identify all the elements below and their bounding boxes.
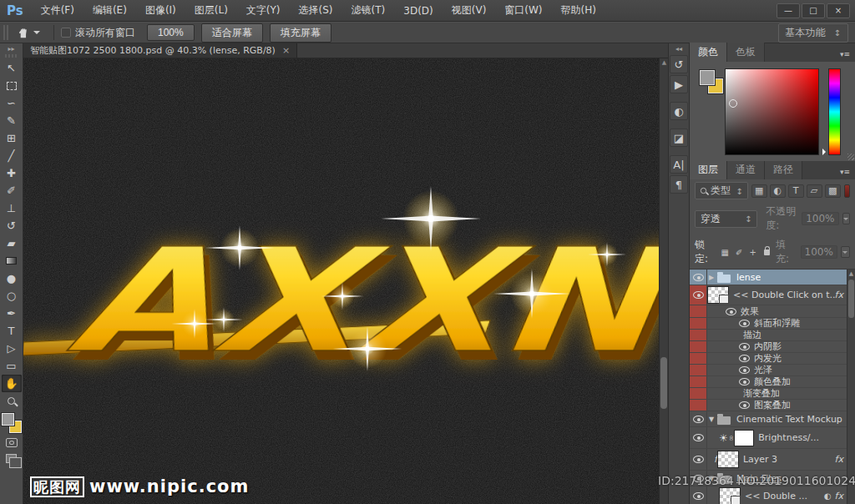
healing-brush-tool[interactable]: ✚ — [2, 164, 22, 182]
layer-effect-row[interactable]: 光泽 — [690, 365, 847, 376]
minimize-button[interactable]: — — [777, 3, 800, 18]
scrollbar-thumb[interactable] — [660, 357, 667, 409]
move-tool[interactable]: ↖ — [2, 59, 22, 77]
lock-paint-icon[interactable]: ✐ — [736, 248, 742, 257]
menu-item-9[interactable]: 窗口(W) — [495, 0, 551, 21]
menu-item-1[interactable]: 编辑(E) — [83, 0, 136, 21]
clone-stamp-tool[interactable]: ⊥ — [2, 199, 22, 217]
layer-row[interactable]: fLayer 3fx — [690, 449, 847, 471]
visibility-toggle[interactable] — [690, 400, 707, 411]
fx-icon[interactable]: fx — [835, 454, 843, 465]
eye-icon[interactable] — [739, 320, 750, 327]
history-brush-tool[interactable]: ↺ — [2, 217, 22, 234]
panel-menu-icon[interactable]: ▾≡ — [835, 168, 855, 179]
layer-row[interactable]: ▼Cinematic Text Mockup — [690, 411, 847, 427]
workspace-switcher[interactable]: 基本功能 — [778, 23, 848, 43]
layer-thumbnail[interactable] — [717, 451, 739, 468]
layer-name[interactable]: lense — [736, 272, 761, 283]
smart-object-thumbnail[interactable] — [719, 487, 741, 504]
history-panel-icon[interactable]: ↺ — [670, 55, 688, 73]
maximize-button[interactable]: □ — [802, 3, 825, 18]
tools-collapse-icon[interactable]: ▸▸ — [8, 43, 14, 54]
eye-icon[interactable] — [739, 355, 750, 362]
document-tab[interactable]: 智能贴图1072 2500 1800.psd @ 40.3% (lense, R… — [23, 43, 297, 58]
group-caret-icon[interactable]: ▶ — [707, 274, 716, 281]
eyedropper-tool[interactable]: ╱ — [2, 147, 22, 164]
fill-value[interactable]: 100% — [801, 245, 837, 259]
layer-effect-row[interactable]: 描边 — [690, 330, 847, 341]
panel-foreground-swatch[interactable] — [700, 70, 715, 85]
quick-selection-tool[interactable]: ✎ — [2, 112, 22, 129]
layer-effect-row[interactable]: 颜色叠加 — [690, 376, 847, 388]
visibility-toggle[interactable] — [690, 388, 707, 399]
screen-mode-icon[interactable] — [6, 454, 17, 463]
filter-kind-dropdown[interactable]: 类型 — [695, 182, 748, 199]
visibility-toggle[interactable] — [690, 486, 707, 504]
visibility-toggle[interactable] — [690, 285, 707, 305]
hand-tool[interactable]: ✋ — [2, 375, 22, 392]
layer-name[interactable]: << Double Click on t... — [733, 290, 835, 300]
fill-dropdown-icon[interactable] — [841, 246, 850, 258]
menu-item-4[interactable]: 文字(Y) — [237, 0, 290, 21]
lock-all-icon[interactable] — [764, 249, 770, 255]
filter-shape-layers-icon[interactable]: ▱ — [807, 184, 822, 198]
brush-tool[interactable]: ✐ — [2, 182, 22, 199]
lock-position-icon[interactable]: + — [749, 248, 756, 257]
styles-panel-icon[interactable]: ◪ — [670, 129, 688, 147]
fx-icon[interactable]: fx — [835, 491, 843, 501]
visibility-toggle[interactable] — [690, 376, 707, 387]
fx-icon[interactable]: fx — [835, 290, 843, 300]
layer-effect-row[interactable]: 斜面和浮雕 — [690, 318, 847, 330]
filter-toggle[interactable] — [844, 184, 850, 198]
crop-tool[interactable]: ⊞ — [2, 129, 22, 147]
menu-item-6[interactable]: 滤镜(T) — [342, 0, 395, 21]
panel-resize-grip[interactable] — [847, 154, 854, 160]
filter-adjustment-layers-icon[interactable]: ◐ — [770, 184, 786, 198]
type-tool[interactable]: T — [2, 322, 22, 340]
shape-tool[interactable]: ▭ — [2, 357, 22, 375]
visibility-toggle[interactable] — [690, 365, 707, 375]
visibility-toggle[interactable] — [690, 318, 707, 329]
layer-mask-thumbnail[interactable] — [734, 430, 754, 446]
tab-layers[interactable]: 图层 — [690, 160, 727, 179]
tab-paths[interactable]: 路径 — [765, 160, 802, 179]
marquee-tool[interactable] — [2, 77, 22, 94]
dodge-tool[interactable]: ○ — [2, 287, 22, 305]
saturation-brightness-box[interactable] — [725, 68, 819, 155]
visibility-toggle[interactable] — [690, 411, 707, 426]
layer-row[interactable]: << Double Click on t...fx — [690, 285, 847, 305]
layer-effect-row[interactable]: 图案叠加 — [690, 400, 847, 411]
visibility-toggle[interactable] — [690, 353, 707, 364]
layer-name[interactable]: << Double ... — [745, 491, 807, 501]
zoom-100-button[interactable]: 100% — [147, 24, 195, 41]
close-button[interactable]: × — [827, 3, 850, 18]
opacity-dropdown-icon[interactable] — [842, 213, 850, 224]
tab-swatches[interactable]: 色板 — [727, 43, 765, 62]
eye-icon[interactable] — [726, 308, 736, 315]
visibility-toggle[interactable] — [690, 305, 707, 317]
menu-item-0[interactable]: 文件(F) — [32, 0, 83, 21]
color-cursor[interactable] — [729, 99, 737, 108]
gradient-tool[interactable] — [2, 252, 22, 270]
adjustments-panel-icon[interactable]: ◐ — [670, 102, 688, 120]
eye-icon[interactable] — [739, 401, 750, 409]
layer-effect-row[interactable]: 内发光 — [690, 353, 847, 365]
eraser-tool[interactable]: ▰ — [2, 234, 22, 252]
tab-channels[interactable]: 通道 — [727, 160, 765, 179]
canvas-vertical-scrollbar[interactable]: ▲ — [659, 58, 668, 504]
layer-row[interactable]: << Double ...◐fx — [690, 486, 847, 504]
visibility-toggle[interactable] — [690, 341, 707, 352]
tab-color[interactable]: 颜色 — [690, 43, 727, 62]
visibility-toggle[interactable] — [690, 427, 707, 448]
eye-icon[interactable] — [739, 366, 750, 374]
visibility-toggle[interactable] — [690, 270, 707, 285]
layer-name[interactable]: Brightness/... — [758, 432, 819, 443]
scroll-up-icon[interactable]: ▲ — [660, 58, 668, 68]
pen-tool[interactable]: ✒ — [2, 305, 22, 322]
canvas[interactable]: AXXN AXXN 昵图网www.nipic.com ▲ — [23, 58, 668, 504]
opacity-value[interactable]: 100% — [802, 212, 838, 225]
eye-icon[interactable] — [739, 378, 750, 386]
blur-tool[interactable]: ● — [2, 270, 22, 287]
color-picker[interactable] — [690, 62, 855, 161]
fit-screen-button[interactable]: 适合屏幕 — [201, 23, 263, 43]
